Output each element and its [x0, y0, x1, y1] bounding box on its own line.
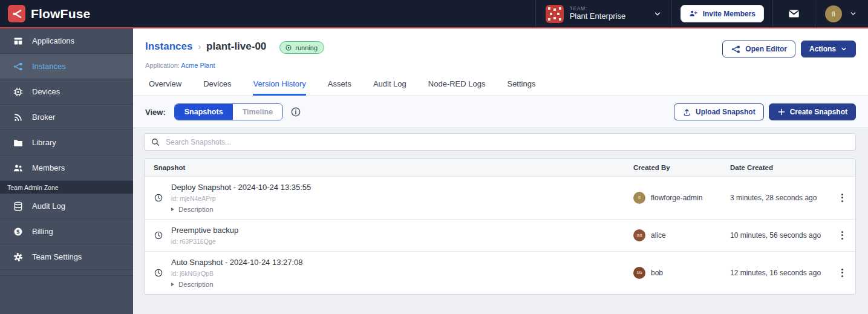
upload-icon: [682, 108, 691, 117]
toggle-snapshots[interactable]: Snapshots: [175, 104, 233, 120]
top-navbar: FlowFuse TEAM: Plant Enterprise: [0, 0, 868, 27]
sidebar-item-team-settings[interactable]: Team Settings: [0, 244, 133, 270]
avatar: aa: [633, 229, 645, 241]
user-avatar: fl: [825, 5, 842, 22]
header-buttons: Open Editor Actions: [722, 41, 856, 57]
chevron-down-icon: [840, 45, 847, 53]
clock-icon: [154, 231, 163, 240]
user-menu[interactable]: fl: [815, 0, 868, 27]
snapshot-id: id: r63P316Qge: [171, 238, 238, 245]
team-selector[interactable]: TEAM: Plant Enterprise: [535, 0, 671, 27]
sidebar-item-billing[interactable]: $ Billing: [0, 219, 133, 244]
sidebar: Applications Instances Devices Broker: [0, 28, 133, 314]
applications-icon: [13, 36, 24, 47]
sidebar-item-label: Applications: [32, 36, 74, 45]
plus-icon: [777, 108, 786, 116]
avatar: fl: [633, 192, 645, 204]
sidebar-item-label: Instances: [32, 62, 66, 71]
brand-logo[interactable]: FlowFuse: [0, 5, 90, 22]
create-snapshot-label: Create Snapshot: [790, 108, 847, 116]
view-toolbar: View: Snapshots Timeline Upload Snapshot: [133, 96, 868, 128]
row-menu-button[interactable]: [829, 191, 855, 204]
snapshot-title: Auto Snapshot - 2024-10-24 13:27:08: [171, 258, 303, 268]
upload-snapshot-button[interactable]: Upload Snapshot: [674, 103, 764, 120]
snapshot-title: Preemptive backup: [171, 226, 238, 236]
tab-node-red-logs[interactable]: Node-RED Logs: [428, 79, 486, 96]
person-plus-icon: [689, 9, 698, 18]
creator-name: alice: [651, 231, 666, 240]
team-name: Plant Enterprise: [570, 12, 626, 21]
sidebar-spacer: [0, 270, 133, 314]
open-editor-label: Open Editor: [745, 45, 787, 53]
column-header-created-by: Created By: [633, 164, 730, 171]
column-header-snapshot: Snapshot: [145, 164, 633, 171]
dollar-icon: $: [13, 226, 24, 237]
snapshot-title: Deploy Snapshot - 2024-10-24 13:35:55: [171, 183, 311, 193]
sidebar-item-devices[interactable]: Devices: [0, 79, 133, 105]
page-title: plant-live-00: [206, 41, 266, 53]
sidebar-item-label: Devices: [32, 87, 60, 96]
creator-name: bob: [651, 269, 663, 277]
sidebar-item-broker[interactable]: Broker: [0, 105, 133, 130]
sidebar-item-members[interactable]: Members: [0, 155, 133, 181]
snapshot-actions: Upload Snapshot Create Snapshot: [674, 103, 856, 120]
table-header-row: Snapshot Created By Date Created: [145, 159, 855, 177]
row-menu-button[interactable]: [829, 266, 855, 280]
table-row[interactable]: Preemptive backup id: r63P316Qge aa alic…: [145, 220, 855, 252]
application-link[interactable]: Acme Plant: [181, 62, 215, 69]
tab-devices[interactable]: Devices: [203, 79, 231, 96]
instances-icon: [13, 61, 24, 72]
snapshots-table: Snapshot Created By Date Created Deplo: [144, 159, 856, 295]
table-row[interactable]: Auto Snapshot - 2024-10-24 13:27:08 id: …: [145, 252, 855, 294]
status-running-icon: [285, 44, 292, 51]
snapshot-id: id: j6kNGjrQpB: [171, 270, 303, 277]
team-avatar: [546, 5, 564, 23]
triangle-right-icon: [171, 208, 174, 211]
folder-icon: [13, 137, 24, 148]
sidebar-item-label: Team Settings: [32, 252, 82, 261]
users-icon: [13, 163, 24, 174]
description-toggle[interactable]: Description: [171, 206, 311, 213]
tab-audit-log[interactable]: Audit Log: [373, 79, 406, 96]
search-input[interactable]: [166, 138, 849, 146]
info-icon[interactable]: [290, 106, 301, 117]
description-toggle[interactable]: Description: [171, 281, 303, 288]
search-icon: [151, 137, 160, 147]
application-line: Application: Acme Plant: [145, 62, 856, 69]
chevron-down-icon: [849, 10, 857, 18]
date-created: 3 minutes, 28 seconds ago: [730, 194, 829, 202]
page-header: Instances › plant-live-00 running: [133, 28, 868, 96]
notifications-button[interactable]: [772, 0, 815, 27]
sidebar-item-label: Members: [32, 163, 65, 172]
flowfuse-logo-icon: [8, 5, 25, 22]
sidebar-item-applications[interactable]: Applications: [0, 28, 133, 54]
content-area: Snapshot Created By Date Created Deplo: [133, 128, 868, 295]
team-text: TEAM: Plant Enterprise: [570, 6, 626, 21]
brand-name: FlowFuse: [31, 7, 90, 21]
table-row[interactable]: Deploy Snapshot - 2024-10-24 13:35:55 id…: [145, 177, 855, 220]
tab-version-history[interactable]: Version History: [253, 79, 305, 96]
invite-members-button[interactable]: Invite Members: [680, 5, 764, 22]
create-snapshot-button[interactable]: Create Snapshot: [769, 103, 856, 120]
toggle-timeline[interactable]: Timeline: [233, 104, 282, 120]
actions-button[interactable]: Actions: [801, 41, 856, 57]
gear-icon: [13, 252, 24, 263]
svg-text:$: $: [16, 229, 20, 235]
actions-label: Actions: [809, 45, 836, 53]
creator-name: flowforge-admin: [651, 194, 702, 202]
description-label: Description: [178, 281, 214, 288]
application-label: Application:: [145, 62, 180, 69]
sidebar-item-audit-log[interactable]: Audit Log: [0, 194, 133, 219]
envelope-icon: [788, 7, 800, 20]
open-editor-button[interactable]: Open Editor: [722, 41, 795, 57]
main-area: Instances › plant-live-00 running: [133, 28, 868, 314]
broadcast-icon: [13, 112, 24, 123]
sidebar-item-instances[interactable]: Instances: [0, 54, 133, 79]
tab-overview[interactable]: Overview: [149, 79, 181, 96]
chevron-down-icon: [653, 10, 662, 18]
sidebar-item-library[interactable]: Library: [0, 130, 133, 155]
row-menu-button[interactable]: [829, 229, 855, 242]
breadcrumb-instances-link[interactable]: Instances: [145, 41, 192, 53]
tab-assets[interactable]: Assets: [328, 79, 351, 96]
tab-settings[interactable]: Settings: [507, 79, 535, 96]
